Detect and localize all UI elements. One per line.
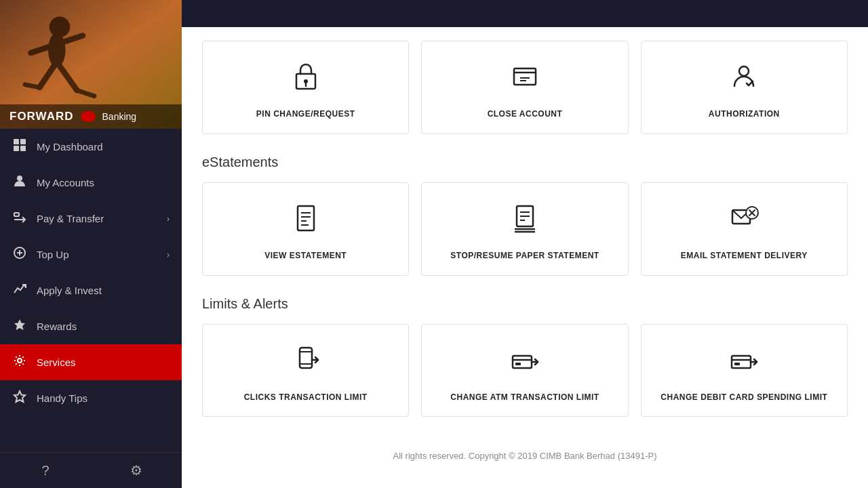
clicks-limit-label: CLICKS TRANSACTION LIMIT (244, 392, 368, 403)
email-delivery-card[interactable]: EMAIL STATEMENT DELIVERY (641, 182, 848, 276)
help-button[interactable]: ? (0, 453, 91, 488)
debit-limit-card[interactable]: CHANGE DEBIT CARD SPENDING LIMIT (641, 324, 848, 418)
main-content: PIN CHANGE/REQUEST CLOSE ACCOUNT (182, 0, 868, 488)
limits-alerts-section: Limits & Alerts CLIC (202, 296, 848, 418)
svg-rect-48 (513, 356, 532, 368)
content-area: PIN CHANGE/REQUEST CLOSE ACCOUNT (182, 27, 868, 488)
chevron-right-icon: › (167, 214, 170, 224)
tips-icon (12, 390, 27, 407)
sidebar-item-handy-tips-label: Handy Tips (37, 392, 170, 404)
pin-change-icon (291, 62, 321, 98)
sidebar-item-accounts[interactable]: My Accounts (0, 165, 182, 201)
svg-rect-54 (734, 363, 740, 365)
svg-rect-44 (300, 348, 312, 368)
atm-limit-label: CHANGE ATM TRANSACTION LIMIT (450, 392, 599, 403)
atm-limit-card[interactable]: CHANGE ATM TRANSACTION LIMIT (421, 324, 628, 418)
svg-rect-52 (732, 356, 751, 368)
sidebar-item-pay-transfer-label: Pay & Transfer (37, 213, 157, 224)
copyright-footer: All rights reserved. Copyright © 2019 CI… (202, 437, 848, 468)
sidebar-item-accounts-label: My Accounts (37, 177, 170, 188)
close-account-label: CLOSE ACCOUNT (488, 108, 563, 120)
close-account-card[interactable]: CLOSE ACCOUNT (421, 41, 628, 134)
svg-rect-12 (20, 146, 26, 151)
estatements-title: eStatements (202, 155, 848, 170)
sidebar-item-rewards[interactable]: Rewards (0, 308, 182, 344)
limits-alerts-title: Limits & Alerts (202, 296, 848, 312)
sidebar-item-top-up-label: Top Up (37, 249, 157, 260)
clicks-limit-card[interactable]: CLICKS TRANSACTION LIMIT (202, 324, 409, 418)
account-icon (12, 174, 27, 191)
brand-banking: Banking (102, 111, 137, 122)
svg-rect-9 (14, 139, 19, 144)
email-delivery-label: EMAIL STATEMENT DELIVERY (681, 250, 808, 262)
limits-cards-row: CLICKS TRANSACTION LIMIT (202, 324, 848, 418)
navigation-menu: My Dashboard My Accounts Pay & Transfer … (0, 129, 182, 452)
close-account-icon (510, 62, 540, 98)
settings-button[interactable]: ⚙ (91, 453, 182, 488)
help-icon: ? (41, 463, 49, 479)
estatements-cards-row: VIEW ESTATEMENT STOP/RESUME PAPER (202, 182, 848, 276)
sidebar-item-apply-invest[interactable]: Apply & Invest (0, 272, 182, 308)
top-cards-row: PIN CHANGE/REQUEST CLOSE ACCOUNT (202, 41, 848, 134)
atm-limit-icon (510, 345, 540, 381)
view-estatement-label: VIEW ESTATEMENT (264, 250, 347, 262)
invest-icon (12, 282, 27, 299)
email-delivery-icon (729, 203, 759, 239)
pin-change-card[interactable]: PIN CHANGE/REQUEST (202, 41, 409, 134)
sidebar-footer: ? ⚙ (0, 452, 182, 488)
star-icon (12, 318, 27, 335)
svg-point-19 (18, 359, 22, 363)
sidebar-item-services-label: Services (37, 357, 170, 368)
svg-point-13 (17, 176, 22, 181)
svg-rect-11 (14, 146, 19, 151)
view-estatement-icon (291, 203, 321, 239)
topup-icon (12, 246, 27, 263)
svg-point-28 (739, 66, 749, 76)
copyright-text: All rights reserved. Copyright © 2019 CI… (393, 451, 657, 461)
services-icon (12, 354, 27, 371)
sidebar-header: FORWARD Banking (0, 0, 182, 129)
sidebar-item-rewards-label: Rewards (37, 321, 170, 332)
sidebar: FORWARD Banking My Dashboard My Accounts… (0, 0, 182, 488)
svg-rect-24 (514, 68, 536, 85)
svg-rect-14 (14, 213, 19, 216)
clicks-limit-icon (291, 345, 321, 381)
sidebar-item-pay-transfer[interactable]: Pay & Transfer › (0, 201, 182, 237)
view-estatement-card[interactable]: VIEW ESTATEMENT (202, 182, 409, 276)
svg-rect-50 (515, 363, 521, 365)
top-section: PIN CHANGE/REQUEST CLOSE ACCOUNT (202, 41, 848, 134)
stop-resume-card[interactable]: STOP/RESUME PAPER STATEMENT (421, 182, 628, 276)
estatements-section: eStatements VIEW ESTATEMENT (202, 155, 848, 276)
brand-bar: FORWARD Banking (0, 104, 182, 129)
svg-marker-18 (14, 319, 25, 330)
svg-rect-10 (20, 139, 26, 144)
authorization-icon (729, 62, 759, 98)
grid-icon (12, 138, 27, 155)
sidebar-item-dashboard-label: My Dashboard (37, 141, 170, 152)
sidebar-item-top-up[interactable]: Top Up › (0, 237, 182, 272)
svg-marker-20 (14, 391, 25, 402)
sidebar-item-handy-tips[interactable]: Handy Tips (0, 380, 182, 416)
svg-line-8 (25, 85, 39, 87)
brand-separator (81, 111, 96, 122)
settings-icon: ⚙ (130, 462, 142, 479)
sidebar-item-services[interactable]: Services (0, 344, 182, 380)
svg-rect-29 (298, 206, 314, 230)
sidebar-item-dashboard[interactable]: My Dashboard (0, 129, 182, 165)
chevron-right-icon-2: › (167, 250, 170, 260)
pin-change-label: PIN CHANGE/REQUEST (256, 108, 355, 120)
debit-limit-label: CHANGE DEBIT CARD SPENDING LIMIT (660, 392, 827, 403)
top-bar (182, 0, 868, 27)
stop-resume-label: STOP/RESUME PAPER STATEMENT (450, 250, 599, 262)
transfer-icon (12, 210, 27, 227)
stop-resume-icon (510, 203, 540, 239)
brand-name: FORWARD (9, 110, 74, 123)
authorization-card[interactable]: AUTHORIZATION (641, 41, 848, 134)
debit-limit-icon (729, 345, 759, 381)
authorization-label: AUTHORIZATION (709, 108, 780, 120)
sidebar-item-apply-invest-label: Apply & Invest (37, 285, 170, 296)
